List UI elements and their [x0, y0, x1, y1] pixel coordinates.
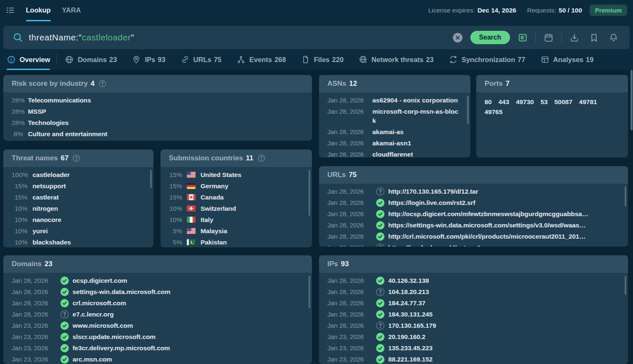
scrollbar-thumb[interactable] [150, 170, 152, 188]
domain-row[interactable]: Jan 28, 2026e7.c.lencr.org [3, 309, 312, 320]
country-row[interactable]: 15%Germany [161, 180, 312, 192]
ip-row[interactable]: Jan 28, 202640.126.32.138 [319, 275, 628, 286]
help-icon[interactable] [72, 154, 80, 162]
tab-domains[interactable]: Domains23 [65, 49, 117, 70]
query-templates-icon[interactable] [517, 32, 528, 43]
calendar-icon[interactable] [543, 32, 554, 43]
risk-row[interactable]: 28%MSSP [3, 106, 312, 117]
url-row[interactable]: Jan 28, 2026http://crl.microsoft.com/pki… [319, 231, 628, 242]
country-row[interactable]: 5%Malaysia [161, 225, 312, 237]
port-value[interactable]: 49781 [579, 97, 597, 107]
country-row[interactable]: 15%Canada [161, 192, 312, 203]
bell-icon[interactable] [608, 32, 619, 43]
row-value: 40.126.32.138 [388, 276, 429, 285]
url-row[interactable]: Jan 28, 2026https://imgfuab.com/d/setup_… [319, 242, 628, 247]
port-value[interactable]: 443 [498, 97, 509, 107]
port-value[interactable]: 49765 [485, 107, 502, 117]
domain-row[interactable]: Jan 23, 2026slscr.update.microsoft.com [3, 331, 312, 342]
search-input[interactable]: threatName:"castleloader" Search [3, 26, 630, 49]
asn-row[interactable]: Jan 28, 2026akamai-as [319, 126, 470, 137]
top-nav-lookup[interactable]: Lookup [26, 0, 51, 20]
row-value: https://imgfuab.com/d/setup_1 [388, 243, 481, 247]
port-value[interactable]: 50087 [554, 97, 572, 107]
country-row[interactable]: 15%United States [161, 169, 312, 180]
domain-row[interactable]: Jan 23, 2026arc.msn.com [3, 354, 312, 364]
menu-icon[interactable] [4, 5, 16, 16]
scrollbar-thumb[interactable] [467, 96, 469, 124]
tab-analyses[interactable]: Analyses19 [540, 49, 594, 70]
tab-events[interactable]: Events268 [236, 49, 286, 70]
threat-row[interactable]: 15%netsupport [3, 180, 153, 192]
tab-overview[interactable]: Overview [7, 49, 50, 70]
country-row[interactable]: 10%Italy [161, 214, 312, 225]
top-nav-yara[interactable]: YARA [62, 0, 81, 20]
threat-row[interactable]: 10%nanocore [3, 214, 153, 225]
status-ok-icon [376, 355, 385, 364]
tab-label: Synchronization [462, 56, 515, 64]
window-icon [540, 55, 550, 64]
url-row[interactable]: Jan 28, 2026https://settings-win.data.mi… [319, 219, 628, 231]
threat-row[interactable]: 15%castlerat [3, 192, 153, 203]
port-value[interactable]: 80 [485, 97, 492, 107]
row-value: 135.233.45.223 [388, 344, 432, 353]
ip-row[interactable]: Jan 23, 2026135.233.45.223 [319, 342, 628, 354]
scrollbar-thumb[interactable] [625, 276, 626, 295]
domain-row[interactable]: Jan 28, 2026settings-win.data.microsoft.… [3, 286, 312, 297]
url-row[interactable]: Jan 28, 2026http://ocsp.digicert.com/mfe… [319, 208, 628, 219]
tab-files[interactable]: Files220 [301, 49, 344, 70]
country-row[interactable]: 5%Pakistan [161, 237, 312, 247]
requests-label: Requests: [527, 7, 556, 14]
row-label: Telecommunications [28, 96, 91, 105]
port-value[interactable]: 53 [540, 97, 548, 107]
bookmark-icon[interactable] [589, 32, 599, 43]
tabs: OverviewDomains23IPs93URLs75Events268Fil… [0, 49, 633, 70]
asn-row[interactable]: Jan 28, 2026microsoft-corp-msn-as-block [319, 106, 470, 126]
risk-row[interactable]: 8%Culture and entertainment [3, 128, 312, 140]
country-row[interactable]: 10%Switzerland [161, 203, 312, 214]
ip-row[interactable]: Jan 28, 2026104.18.20.213 [319, 286, 628, 297]
asn-row[interactable]: Jan 28, 2026as62904 - eonix corporation [319, 95, 470, 106]
row-value: https://settings-win.data.microsoft.com/… [388, 221, 585, 230]
scrollbar-thumb[interactable] [309, 276, 310, 308]
scrollbar-thumb[interactable] [625, 186, 626, 206]
pin-icon [132, 55, 141, 64]
threat-row[interactable]: 100%castleloader [3, 169, 153, 180]
ip-row[interactable]: Jan 28, 2026184.24.77.37 [319, 297, 628, 309]
url-row[interactable]: Jan 28, 2026http://170.130.165.179/d/12.… [319, 186, 628, 197]
ip-row[interactable]: Jan 23, 202620.190.160.2 [319, 331, 628, 342]
download-icon[interactable] [569, 32, 580, 43]
search-button[interactable]: Search [470, 31, 510, 44]
help-icon[interactable] [257, 154, 266, 162]
asn-row[interactable]: Jan 28, 2026akamai-asn1 [319, 137, 470, 149]
top-bar: LookupYARA License expires: Dec 14, 2026… [0, 0, 633, 21]
risk-row[interactable]: 28%Technologies [3, 117, 312, 128]
asn-row[interactable]: Jan 28, 2026cloudflarenet [319, 149, 470, 157]
ip-row[interactable]: Jan 23, 202688.221.169.152 [319, 354, 628, 364]
row-percent: 15% [169, 193, 182, 202]
threat-row[interactable]: 10%nitrogen [3, 203, 153, 214]
ip-row[interactable]: Jan 28, 2026170.130.165.179 [319, 320, 628, 331]
scrollbar-thumb[interactable] [309, 170, 310, 216]
clear-search-icon[interactable] [452, 32, 463, 43]
row-value: fe3cr.delivery.mp.microsoft.com [73, 344, 170, 353]
domain-row[interactable]: Jan 23, 2026www.microsoft.com [3, 320, 312, 331]
risk-row[interactable]: 28%Telecommunications [3, 95, 312, 106]
ip-row[interactable]: Jan 28, 2026184.30.131.245 [319, 309, 628, 320]
domain-row[interactable]: Jan 23, 2026fe3cr.delivery.mp.microsoft.… [3, 342, 312, 354]
status-ok-icon [60, 344, 69, 353]
status-unknown-icon [376, 321, 385, 330]
tab-network-threats[interactable]: Network threats23 [359, 49, 434, 70]
search-query[interactable]: threatName:"castleloader" [29, 32, 134, 42]
domain-row[interactable]: Jan 28, 2026crl.microsoft.com [3, 297, 312, 309]
tab-ips[interactable]: IPs93 [132, 49, 165, 70]
tab-synchronization[interactable]: Synchronization77 [449, 49, 525, 70]
threat-row[interactable]: 10%blackshades [3, 237, 153, 247]
page-scrollbar-thumb[interactable] [630, 70, 633, 130]
threat-row[interactable]: 10%yurei [3, 225, 153, 237]
domain-row[interactable]: Jan 28, 2026ocsp.digicert.com [3, 275, 312, 286]
help-icon[interactable] [98, 80, 107, 88]
port-value[interactable]: 49730 [516, 97, 534, 107]
url-row[interactable]: Jan 28, 2026https://login.live.com/rst2.… [319, 197, 628, 208]
row-date: Jan 28, 2026 [327, 299, 366, 308]
tab-urls[interactable]: URLs75 [181, 49, 221, 70]
